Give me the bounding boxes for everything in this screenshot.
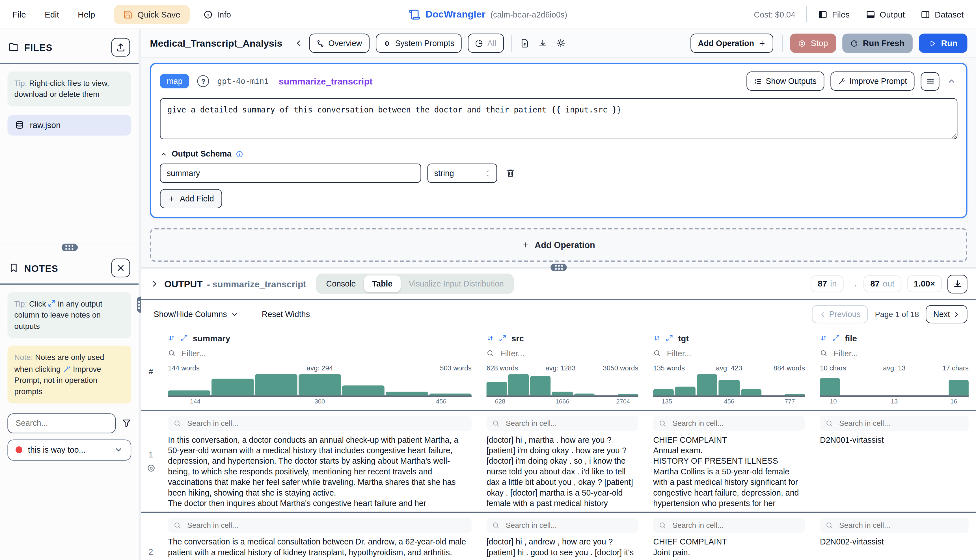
cell-search[interactable] [653, 416, 805, 431]
show-outputs-button[interactable]: Show Outputs [746, 72, 824, 91]
filter-select[interactable]: All [468, 33, 503, 53]
column-header-src: src 628 wordsavg: 12833050 words 6281666… [479, 327, 646, 410]
close-notes-button[interactable] [111, 258, 130, 277]
previous-page-button[interactable]: Previous [812, 305, 868, 323]
delete-field-button[interactable] [503, 166, 518, 180]
eye-icon[interactable] [147, 463, 155, 472]
column-filter[interactable] [168, 345, 471, 360]
search-icon [486, 350, 494, 357]
column-filter[interactable] [653, 345, 805, 360]
next-page-button[interactable]: Next [926, 305, 968, 323]
expand-icon[interactable] [499, 335, 506, 342]
cell-search[interactable] [486, 416, 638, 431]
summary-histogram [168, 374, 471, 397]
info-icon[interactable] [236, 150, 243, 157]
expand-icon[interactable] [180, 335, 188, 342]
search-icon [826, 522, 833, 529]
arrow-right-icon: → [849, 279, 858, 289]
note-item-dropdown[interactable]: this is way too... [7, 439, 131, 460]
sort-icon[interactable] [168, 335, 175, 342]
folder-icon [9, 42, 18, 52]
reset-widths-button[interactable]: Reset Widths [258, 309, 314, 320]
column-filter[interactable] [820, 345, 969, 360]
cell-search[interactable] [168, 416, 471, 431]
column-filter[interactable] [486, 345, 638, 360]
help-icon[interactable]: ? [197, 75, 209, 87]
tab-table[interactable]: Table [364, 275, 401, 292]
collapse-output-icon[interactable] [150, 279, 159, 288]
operation-menu-button[interactable] [921, 72, 939, 90]
chevron-down-icon [231, 310, 238, 318]
main-area: Medical_Transcript_Analysis Overview Sys… [141, 29, 976, 560]
output-pane-resize-grip[interactable] [550, 263, 567, 271]
expand-icon[interactable] [665, 335, 673, 342]
toggle-output-panel[interactable]: Output [866, 10, 905, 19]
file-export-icon [520, 38, 529, 48]
menu-edit[interactable]: Edit [45, 10, 59, 19]
upload-file-button[interactable] [111, 38, 130, 57]
src-histogram [486, 374, 638, 397]
notes-search-input[interactable] [7, 413, 115, 433]
menu-file[interactable]: File [12, 10, 26, 19]
toggle-files-panel[interactable]: Files [818, 10, 850, 19]
download-pipeline-button[interactable] [535, 35, 550, 51]
info-button[interactable]: Info [203, 10, 231, 19]
sort-icon[interactable] [653, 335, 660, 342]
cell-search[interactable] [653, 518, 805, 533]
files-pane: FILES Tip: Right-click files to view, do… [0, 29, 139, 243]
toggle-dataset-panel[interactable]: Dataset [921, 10, 964, 19]
file-item-raw-json[interactable]: raw.json [7, 115, 131, 136]
add-operation-button[interactable]: Add Operation [690, 33, 773, 53]
cell-search[interactable] [168, 518, 471, 533]
stop-circle-icon [798, 40, 806, 47]
close-icon [115, 263, 125, 273]
download-output-button[interactable] [948, 274, 967, 293]
tab-console[interactable]: Console [318, 275, 364, 292]
cell-search[interactable] [486, 518, 638, 533]
chevron-left-icon [819, 310, 826, 318]
settings-button[interactable] [553, 35, 568, 51]
page-indicator: Page 1 of 18 [875, 310, 919, 319]
system-prompts-button[interactable]: System Prompts [376, 33, 462, 53]
expand-icon[interactable] [832, 335, 840, 342]
operation-name[interactable]: summarize_transcript [279, 76, 373, 86]
sidebar-resize-handle[interactable] [0, 244, 139, 250]
search-icon [174, 420, 181, 427]
divider[interactable] [0, 63, 139, 64]
sidebar-vertical-resizer[interactable] [139, 29, 141, 560]
collapse-toolbar-button[interactable] [291, 35, 306, 51]
cell-search[interactable] [820, 416, 969, 431]
output-schema-toggle[interactable]: Output Schema [160, 149, 958, 158]
stop-button[interactable]: Stop [790, 33, 836, 53]
sort-icon[interactable] [820, 335, 827, 342]
overview-button[interactable]: Overview [309, 33, 369, 53]
run-button[interactable]: Run [919, 33, 967, 53]
panel-right-icon [921, 10, 930, 19]
tab-visualize[interactable]: Visualize Input Distribution [401, 275, 512, 292]
operation-type-badge[interactable]: map [160, 74, 189, 88]
cell-search[interactable] [820, 518, 969, 533]
cost-label: Cost: $0.04 [754, 10, 796, 19]
menu-help[interactable]: Help [78, 10, 95, 19]
sort-icon[interactable] [486, 335, 494, 342]
refresh-icon [851, 40, 858, 47]
collapse-operation-button[interactable] [946, 75, 958, 87]
improve-prompt-button[interactable]: Improve Prompt [830, 72, 914, 91]
chevron-up-icon [947, 77, 956, 86]
run-fresh-button[interactable]: Run Fresh [842, 33, 912, 53]
sidebar: FILES Tip: Right-click files to view, do… [0, 29, 139, 560]
add-field-button[interactable]: Add Field [160, 189, 222, 208]
select-chevrons-icon [485, 169, 491, 177]
prompt-textarea[interactable]: give a detailed summary of this conversa… [160, 98, 958, 139]
show-hide-columns-button[interactable]: Show/Hide Columns [150, 309, 242, 320]
schema-field-type-select[interactable]: string [428, 163, 497, 183]
filter-funnel-icon[interactable] [122, 419, 131, 428]
schema-field-name-input[interactable] [160, 163, 421, 183]
export-pipeline-button[interactable] [517, 35, 532, 51]
bookmark-icon [9, 263, 18, 273]
notes-search-field[interactable] [14, 418, 109, 428]
search-icon [826, 420, 833, 427]
quick-save-button[interactable]: Quick Save [114, 5, 190, 24]
add-operation-dropzone[interactable]: Add Operation [150, 228, 967, 262]
column-header-file: file 10 charsavg: 1317 chars 101316 [812, 327, 976, 410]
